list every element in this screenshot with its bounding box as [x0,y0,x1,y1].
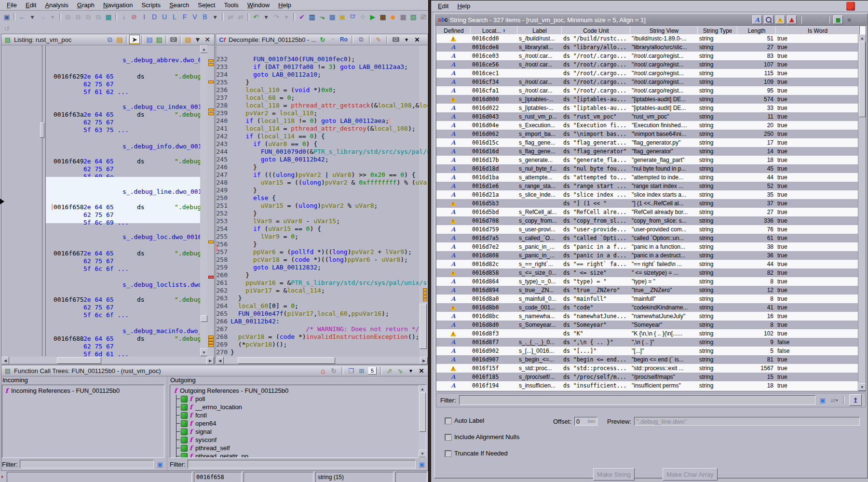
letter-i-icon[interactable]: I [139,13,149,21]
patch-4-icon[interactable]: ⧉ [94,13,103,21]
search-icon[interactable] [764,15,773,24]
outgoing-vscroll-thumb[interactable] [419,392,426,432]
auto-label-checkbox[interactable] [445,417,451,424]
copy-icon[interactable]: ⧉ [357,36,366,43]
menu-help[interactable]: Help [453,1,474,11]
table-row[interactable]: A0016d1bas_attempte...ds "attempted to..… [436,173,858,182]
decompile-code-line[interactable]: FUN_001079d0(&PTR_s_library/std/src/sys/… [231,148,428,155]
table-filter-input[interactable] [459,395,816,405]
validate-icon[interactable]: ✔ [297,13,307,21]
export-icon[interactable]: ▧ [408,13,418,21]
decompile-code-line[interactable]: local_60[0] = 0; [231,302,298,309]
decompile-code-line[interactable]: goto LAB_00112832; [231,264,321,271]
menu-edit[interactable]: Edit [434,1,452,11]
menu-select[interactable]: Select [194,0,219,10]
decompile-code-line[interactable]: else { [231,194,276,201]
decompiler-icon[interactable]: Cf [348,13,357,21]
table-row[interactable]: A0016ce56s_/root/.car...ds "/root/.cargo… [436,60,858,69]
decompile-code-line[interactable]: if (((ulong)pvVar2 | uVar8) >> 0x20 == 0… [231,171,416,178]
collapse-panel-icon[interactable]: ↥ [849,394,862,406]
decompile-code-line[interactable]: } [231,163,257,171]
close-icon[interactable]: ✕ [855,16,864,24]
decompile-code-line[interactable]: goto LAB_00112b42; [231,156,329,163]
decompile-code-line[interactable]: ppuVar16 = &PTR_s_library/std/src/sys/pa… [231,279,428,286]
filter-options-icon[interactable]: ▣ [818,396,827,404]
outgoing-tree[interactable]: f Outgoing References - FUN_001125b0 ▲ ▼… [170,385,426,458]
table-row[interactable]: 0016d858s_<=_size_0...ds " <= size"" <= … [436,268,858,277]
table-row[interactable]: A0016d8a0s_mainfull_0...ds "mainfull""ma… [436,295,858,303]
letter-u-icon[interactable]: U [160,13,169,21]
graph-dots-icon[interactable]: ⁘ [329,36,338,43]
edit-fields-icon[interactable]: ▤ [145,35,154,44]
bookmark-marker[interactable] [208,112,214,115]
redo-icon[interactable]: ↷ [271,13,281,21]
decompile-code-line[interactable]: /* WARNING: Does not return */ [231,325,419,333]
table-row[interactable]: A0016ce03s_/root/.car...ds "/root/.cargo… [436,52,858,60]
data-type-manager-icon[interactable]: ▣ [338,13,347,21]
table-row[interactable]: A0016d759s_user-provi...ds "user-provide… [436,225,858,234]
letter-d-icon[interactable]: D [149,13,159,21]
swap-prev-icon[interactable]: ⇄ [226,13,235,21]
diff-view-icon[interactable]: ▨ [154,35,164,44]
outgoing-root-item[interactable]: f Outgoing References - FUN_001125b0 [174,387,288,394]
table-row[interactable]: A0016d17bs_generate...ds "generate_fla..… [436,156,858,164]
forward-menu-icon[interactable]: ▾ [48,13,57,21]
down-arrow-icon[interactable]: ↓ [119,13,129,21]
menu-tools[interactable]: Tools [220,0,242,10]
list-menu-icon[interactable]: ≡ [845,16,854,24]
menu-caret-icon[interactable]: ▼ [407,367,415,375]
scroll-up-icon[interactable]: ▲ [200,45,208,53]
symbol-tree-icon[interactable]: ⁘ [358,13,367,21]
menu-window[interactable]: Window [244,0,273,10]
decompile-code-line[interactable]: LAB_00112b42: [231,318,280,325]
table-row[interactable]: A0016d16ds_flag_gene...ds "flag_generato… [436,147,858,156]
bookmark-marker[interactable] [208,80,214,83]
diamond-icon[interactable]: ◆ [388,13,398,21]
listing-vscrollbar[interactable]: ▲ ▼ [200,45,207,356]
table-row[interactable]: 0016d5b3ds "] (1 << ""] (1 <<..RefCell a… [436,199,858,208]
table-row[interactable]: A0016d7e2s_panic_in_...ds "panic in a f.… [436,242,858,251]
table-row[interactable]: A0016d21as_slice_inde...ds "slice index … [436,190,858,199]
make-char-array-button[interactable]: Make Char Array [663,468,718,481]
scroll-up-icon[interactable]: ▲ [419,385,426,393]
table-row[interactable]: A0016d04es_Execution...ds "Execution fi.… [436,121,858,130]
decompile-code-line[interactable]: ppVar6 = (pollfd *)((long)pvVar2 + lVar9… [231,248,412,255]
menu-search[interactable]: Search [165,0,193,10]
table-viewer-icon[interactable]: ▦ [398,13,408,21]
memory-icon[interactable]: ▦ [104,13,113,21]
collapse-tree-icon[interactable]: ⬂ [396,367,405,375]
listing-marker-margin[interactable] [207,45,214,356]
decompile-code-line[interactable]: uVar15 = (ulong)pvVar2 % uVar8; [231,202,378,209]
table-row[interactable]: A0016d5bds_RefCell_al...ds "RefCell alre… [436,208,858,216]
refresh-icon[interactable]: ↻ [318,36,327,43]
decompile-marker[interactable] [423,292,427,295]
outgoing-item-pthread_self[interactable]: fpthread_self [181,444,230,452]
outgoing-item-sysconf[interactable]: fsysconf [181,436,217,443]
binary-icon[interactable]: ▥ [307,13,317,21]
edit-pencil-icon[interactable]: ✎ [374,36,383,43]
menu-caret-icon[interactable]: ▼ [402,36,411,43]
table-row[interactable]: A0016cfa1s_/root/.car...ds "/root/.cargo… [436,86,858,95]
print-icon[interactable]: ⎚ [419,13,428,21]
menu-file[interactable]: File [3,0,21,10]
menu-edit[interactable]: Edit [22,0,40,10]
table-row[interactable]: 0016d000s_[iptables-...ds "[iptables-au.… [436,95,858,104]
table-row[interactable]: 0016cdd0s_/build/rust...ds "/build/rustc… [436,34,858,43]
decompile-code-line[interactable]: if (uVar15 == 0) { [231,225,321,232]
scroll-down-icon[interactable]: ▼ [200,348,208,356]
decompile-code-line[interactable]: if (local_118 != 0) goto LAB_00112aea; [231,117,390,124]
outgoing-item-poll[interactable]: fpoll [181,395,205,402]
refresh-icon[interactable]: ↻ [329,367,338,375]
table-row[interactable]: 0016f15fs_std::proc...ds "std::process..… [436,364,858,373]
close-icon[interactable]: ✕ [413,36,421,43]
paste-icon[interactable]: ▤ [115,35,124,44]
decompile-code-line[interactable]: pcVar18 = (code *)invalidInstructionExce… [231,333,419,340]
listing-label[interactable]: s_.debug_abbrev.dwo_001 [122,56,200,64]
redo-menu-icon[interactable]: ▾ [282,13,291,21]
console-icon[interactable]: ↺ [2,24,12,33]
listing-label[interactable]: s_.debug_macinfo.dwo_00 [122,327,200,335]
menu-graph[interactable]: Graph [73,0,98,10]
filter-options-icon[interactable]: ▣ [418,460,426,468]
byte-menu-icon[interactable]: ▾ [210,13,220,21]
decompile-hscroll-thumb[interactable] [238,357,335,364]
